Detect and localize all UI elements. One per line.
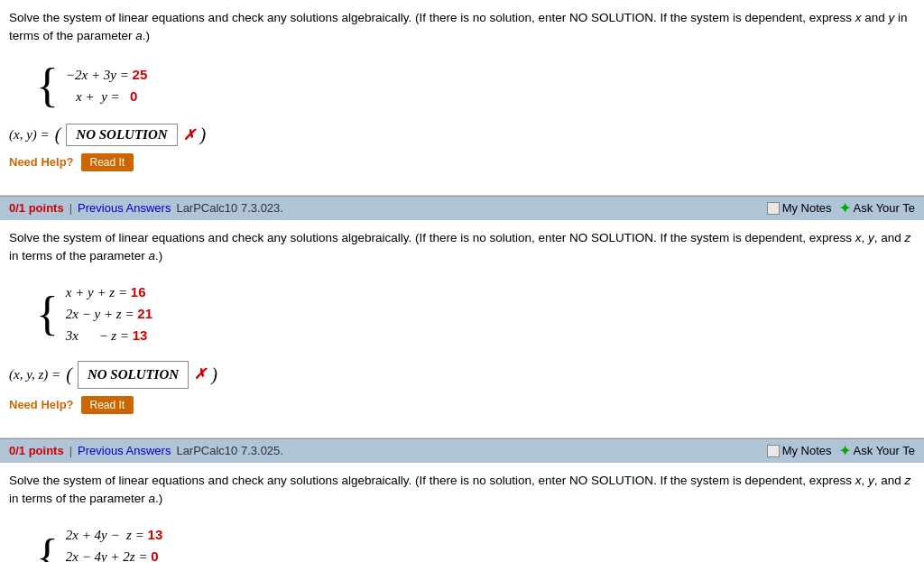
problem2-body: Solve the system of linear equations and…: [0, 220, 924, 428]
problem2-right-side: My Notes ✦ Ask Your Te: [767, 200, 915, 217]
problem3-body: Solve the system of linear equations and…: [0, 463, 924, 563]
answer-label-top: (x, y) =: [9, 127, 50, 143]
answer-row-top: (x, y) = ( NO SOLUTION ✗ ): [9, 124, 915, 146]
problem2-notes-button[interactable]: My Notes: [767, 201, 832, 215]
equation-system-top: { −2x + 3y = 25 x + y = 0: [36, 62, 147, 109]
problem2-id: LarPCalc10 7.3.023.: [176, 201, 283, 215]
problem3-separator: |: [69, 444, 72, 457]
problem3-ask-label: Ask Your Te: [854, 444, 915, 457]
eq-line-2: x + y = 0: [66, 86, 147, 107]
eq2-num-1: 16: [131, 284, 146, 299]
need-help-text-2: Need Help?: [9, 396, 74, 414]
eq-num-2: 0: [130, 88, 137, 104]
answer-box-2: NO SOLUTION: [78, 361, 189, 389]
eq3-num-2: 0: [151, 548, 158, 562]
problem3-prev-answers[interactable]: Previous Answers: [78, 444, 171, 457]
ask-icon-3: ✦: [839, 443, 851, 459]
problem2-separator: |: [69, 201, 72, 215]
eq3-line-2: 2x − 4y + 2z = 0: [66, 546, 163, 562]
read-it-button-top[interactable]: Read It: [81, 153, 134, 171]
eq2-num-3: 13: [133, 327, 148, 343]
problem3-notes-label: My Notes: [782, 444, 832, 457]
open-paren-2: (: [66, 361, 72, 388]
problem2-notes-label: My Notes: [782, 201, 832, 215]
ask-icon-2: ✦: [839, 200, 851, 217]
problem3-statement: Solve the system of linear equations and…: [9, 472, 915, 509]
equations-top: −2x + 3y = 25 x + y = 0: [66, 64, 147, 107]
need-help-top: Need Help? Read It: [9, 153, 915, 171]
close-paren-2: ): [211, 361, 217, 388]
eq2-num-2: 21: [137, 306, 152, 321]
equation-system-2: { x + y + z = 16 2x − y + z = 21 3x − z …: [36, 281, 152, 346]
equation-system-3: { 2x + 4y − z = 13 2x − 4y + 2z = 0 x + …: [36, 524, 162, 562]
problem2-ask-teacher[interactable]: ✦ Ask Your Te: [839, 200, 915, 217]
brace-icon: {: [36, 60, 59, 111]
clear-answer-2[interactable]: ✗: [194, 364, 206, 385]
problem3-right-side: My Notes ✦ Ask Your Te: [767, 443, 915, 459]
eq3-num-1: 13: [148, 527, 163, 542]
equations-3: 2x + 4y − z = 13 2x − 4y + 2z = 0 x + 4y…: [66, 524, 163, 562]
notes-icon-2: [767, 202, 780, 215]
eq2-line-2: 2x − y + z = 21: [66, 303, 152, 325]
eq-num-1: 25: [133, 67, 148, 82]
read-it-button-2[interactable]: Read It: [81, 396, 134, 414]
open-paren-top: (: [55, 124, 61, 145]
clear-answer-top[interactable]: ✗: [183, 126, 195, 143]
close-paren-top: ): [200, 124, 207, 145]
problem2-prev-answers[interactable]: Previous Answers: [78, 201, 171, 215]
problem2-ask-label: Ask Your Te: [854, 201, 915, 215]
answer-box-top: NO SOLUTION: [66, 124, 177, 146]
problem3-id: LarPCalc10 7.3.025.: [176, 444, 283, 457]
equations-2: x + y + z = 16 2x − y + z = 21 3x − z = …: [66, 281, 152, 346]
problem-top-statement: Solve the system of linear equations and…: [9, 9, 915, 46]
problem2-points: 0/1 points: [9, 201, 64, 215]
eq-line-1: −2x + 3y = 25: [66, 64, 147, 86]
notes-icon-3: [767, 445, 780, 457]
problem2-statement: Solve the system of linear equations and…: [9, 229, 915, 266]
problem3-header: 0/1 points | Previous Answers LarPCalc10…: [0, 438, 924, 463]
problem3-ask-teacher[interactable]: ✦ Ask Your Te: [839, 443, 915, 459]
need-help-text-top: Need Help?: [9, 155, 74, 169]
problem3-notes-button[interactable]: My Notes: [767, 444, 832, 457]
need-help-2: Need Help? Read It: [9, 396, 915, 414]
eq2-line-3: 3x − z = 13: [66, 325, 152, 346]
eq2-line-1: x + y + z = 16: [66, 281, 152, 303]
answer-row-2: (x, y, z) = ( NO SOLUTION ✗ ): [9, 361, 915, 389]
eq3-line-1: 2x + 4y − z = 13: [66, 524, 163, 546]
answer-label-2: (x, y, z) =: [9, 364, 60, 385]
brace-icon-3: {: [36, 530, 59, 562]
problem3-points: 0/1 points: [9, 444, 64, 457]
problem2-header: 0/1 points | Previous Answers LarPCalc10…: [0, 196, 924, 220]
brace-icon-2: {: [36, 288, 59, 339]
problem-top: Solve the system of linear equations and…: [0, 0, 924, 186]
